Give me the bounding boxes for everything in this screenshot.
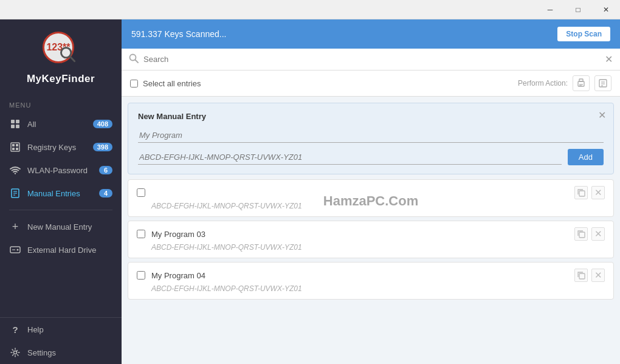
entry-key: ABCD-EFGH-IJKL-MNOP-QRST-UVWX-YZ01 — [137, 243, 605, 252]
new-entry-card: New Manual Entry ✕ Add — [128, 103, 614, 174]
svg-rect-4 — [11, 125, 15, 128]
export-button[interactable] — [594, 75, 611, 91]
sidebar-item-registry[interactable]: Registry Keys 398 — [0, 136, 122, 159]
wifi-icon — [9, 164, 21, 176]
maximize-button[interactable]: □ — [564, 0, 592, 19]
sidebar-bottom: ? Help Settings — [0, 317, 122, 364]
copy-icon[interactable] — [574, 227, 588, 241]
sidebar-item-wlan[interactable]: WLAN-Password 6 — [0, 159, 122, 182]
sidebar-item-help-label: Help — [27, 325, 112, 334]
delete-icon[interactable]: ✕ — [591, 186, 605, 199]
logo-magnifier — [59, 46, 76, 63]
select-all-checkbox[interactable] — [130, 80, 138, 88]
entry-key-row: Add — [138, 149, 604, 165]
delete-icon[interactable]: ✕ — [591, 269, 605, 282]
svg-rect-8 — [16, 144, 18, 146]
perform-action-label: Perform Action: — [518, 79, 568, 88]
gear-icon — [9, 346, 21, 359]
sidebar-item-manual[interactable]: Manual Entries 4 — [0, 182, 122, 205]
sidebar-item-manual-label: Manual Entries — [27, 189, 99, 198]
scan-progress-text: 591.337 Keys Scanned... — [131, 29, 226, 39]
entry-row-header: My Program 04 ✕ — [137, 269, 605, 282]
svg-point-11 — [15, 173, 16, 174]
table-row: ✕ ABCD-EFGH-IJKL-MNOP-QRST-UVWX-YZ01 — [128, 179, 614, 217]
sidebar-divider-1 — [9, 210, 112, 210]
entry-actions: ✕ — [574, 186, 605, 199]
svg-point-17 — [17, 249, 19, 251]
registry-badge: 398 — [93, 143, 112, 151]
entry-name-input[interactable] — [138, 128, 604, 143]
logo-circle: 123** — [43, 32, 74, 63]
content-area: HamzaPC.Com New Manual Entry ✕ Add — [122, 97, 620, 364]
wlan-badge: 6 — [99, 166, 112, 174]
minimize-button[interactable]: ─ — [536, 0, 564, 19]
toolbar: Select all entries Perform Action: — [122, 70, 620, 97]
sidebar-item-settings-label: Settings — [27, 348, 112, 357]
entry-actions: ✕ — [574, 269, 605, 282]
manual-icon — [9, 187, 21, 199]
entry-key: ABCD-EFGH-IJKL-MNOP-QRST-UVWX-YZ01 — [137, 284, 605, 293]
sidebar-item-settings[interactable]: Settings — [0, 341, 122, 364]
svg-rect-3 — [16, 120, 19, 123]
sidebar-item-external-label: External Hard Drive — [27, 246, 112, 255]
svg-rect-9 — [12, 148, 15, 150]
svg-line-1 — [70, 57, 75, 61]
sidebar-item-registry-label: Registry Keys — [27, 143, 93, 152]
sidebar-logo: 123** MyKeyFinder — [0, 19, 122, 94]
copy-icon[interactable] — [574, 186, 588, 199]
title-bar: ─ □ ✕ — [0, 0, 620, 19]
svg-rect-23 — [579, 79, 583, 81]
content-wrapper: HamzaPC.Com New Manual Entry ✕ Add — [128, 103, 614, 300]
entry-form: Add — [138, 128, 604, 165]
sidebar-item-new-manual-label: New Manual Entry — [27, 222, 112, 232]
delete-icon[interactable]: ✕ — [591, 227, 605, 241]
app-name: MyKeyFinder — [27, 73, 95, 85]
svg-rect-10 — [16, 148, 18, 150]
select-all-wrap: Select all entries — [130, 79, 201, 88]
sidebar-item-all[interactable]: All 408 — [0, 112, 122, 136]
print-button[interactable] — [573, 75, 590, 91]
svg-rect-30 — [579, 191, 585, 196]
sidebar-item-new-manual[interactable]: + New Manual Entry — [0, 215, 122, 238]
registry-icon — [9, 141, 21, 153]
drive-icon — [9, 244, 21, 256]
card-close-icon[interactable]: ✕ — [598, 109, 606, 121]
sidebar-item-external[interactable]: External Hard Drive — [0, 238, 122, 261]
help-icon: ? — [9, 323, 21, 335]
entry-checkbox[interactable] — [137, 271, 145, 280]
sidebar-section-title: Menu — [0, 94, 122, 112]
table-row: My Program 04 ✕ ABCD-EFGH-IJKL-MNOP-Q — [128, 262, 614, 300]
logo-icon: 123** — [43, 32, 79, 68]
svg-rect-5 — [16, 125, 19, 128]
card-title: New Manual Entry — [138, 112, 604, 121]
svg-rect-31 — [579, 232, 585, 238]
svg-rect-32 — [579, 273, 585, 279]
plus-icon: + — [9, 221, 21, 233]
stop-scan-button[interactable]: Stop Scan — [557, 27, 610, 41]
all-icon — [9, 118, 21, 130]
svg-rect-7 — [12, 144, 15, 146]
app-container: 123** MyKeyFinder Menu — [0, 19, 620, 364]
add-button[interactable]: Add — [568, 149, 604, 165]
search-bar: ✕ — [122, 49, 620, 70]
entry-checkbox[interactable] — [137, 188, 145, 197]
entry-actions: ✕ — [574, 227, 605, 241]
sidebar: 123** MyKeyFinder Menu — [0, 19, 122, 364]
search-icon — [129, 53, 139, 65]
select-all-label: Select all entries — [143, 79, 201, 88]
manual-badge: 4 — [99, 189, 112, 197]
sidebar-item-wlan-label: WLAN-Password — [27, 166, 99, 175]
copy-icon[interactable] — [574, 269, 588, 282]
scan-bar: 591.337 Keys Scanned... Stop Scan — [122, 19, 620, 49]
main-content: 591.337 Keys Scanned... Stop Scan ✕ Sele… — [122, 19, 620, 364]
close-button[interactable]: ✕ — [592, 0, 620, 19]
toolbar-right: Perform Action: — [518, 75, 611, 91]
search-input[interactable] — [143, 55, 605, 64]
search-clear-icon[interactable]: ✕ — [605, 53, 613, 65]
entry-checkbox[interactable] — [137, 230, 145, 238]
entry-name: My Program 03 — [151, 230, 574, 239]
entry-key-input[interactable] — [138, 150, 562, 165]
svg-rect-2 — [11, 120, 15, 123]
entry-row-header: My Program 03 ✕ — [137, 227, 605, 241]
sidebar-item-help[interactable]: ? Help — [0, 318, 122, 341]
